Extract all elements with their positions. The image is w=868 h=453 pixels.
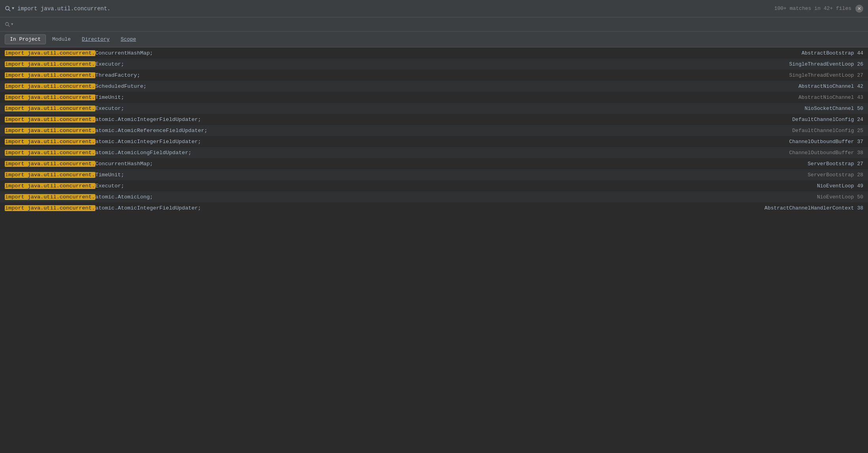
table-row[interactable]: import java.util.concurrent.Executor;Nio… xyxy=(0,103,868,114)
tab-scope[interactable]: Scope xyxy=(116,35,141,44)
tab-module[interactable]: Module xyxy=(47,35,76,44)
table-row[interactable]: import java.util.concurrent.atomic.Atomi… xyxy=(0,191,868,202)
result-location: ServerBootstrap 28 xyxy=(752,172,863,178)
svg-line-1 xyxy=(9,9,10,11)
table-row[interactable]: import java.util.concurrent.TimeUnit;Abs… xyxy=(0,92,868,103)
table-row[interactable]: import java.util.concurrent.atomic.Atomi… xyxy=(0,147,868,158)
table-row[interactable]: import java.util.concurrent.ScheduledFut… xyxy=(0,81,868,92)
table-row[interactable]: import java.util.concurrent.atomic.Atomi… xyxy=(0,136,868,147)
filter-search-icon: ▼ xyxy=(5,22,13,27)
filter-input[interactable] xyxy=(15,21,863,27)
svg-point-0 xyxy=(6,6,9,10)
result-location: AbstractChannelHandlerContext 38 xyxy=(752,205,863,211)
result-location: NioEventLoop 49 xyxy=(752,183,863,189)
table-row[interactable]: import java.util.concurrent.atomic.Atomi… xyxy=(0,202,868,213)
table-row[interactable]: import java.util.concurrent.atomic.Atomi… xyxy=(0,114,868,125)
result-suffix: TimeUnit; xyxy=(95,172,124,178)
filter-dropdown-arrow[interactable]: ▼ xyxy=(11,23,13,26)
result-location: SingleThreadEventLoop 26 xyxy=(752,61,863,67)
result-suffix: Executor; xyxy=(95,183,124,189)
result-location: SingleThreadEventLoop 27 xyxy=(752,72,863,78)
search-match-highlight: import java.util.concurrent. xyxy=(5,139,95,145)
table-row[interactable]: import java.util.concurrent.ConcurrentHa… xyxy=(0,47,868,59)
search-icon: ▼ xyxy=(5,6,14,12)
tab-in-project[interactable]: In Project xyxy=(5,34,46,44)
result-suffix: Executor; xyxy=(95,61,124,67)
table-row[interactable]: import java.util.concurrent.ConcurrentHa… xyxy=(0,158,868,169)
table-row[interactable]: import java.util.concurrent.ThreadFactor… xyxy=(0,70,868,81)
result-location: ChannelOutboundBuffer 37 xyxy=(752,139,863,145)
table-row[interactable]: import java.util.concurrent.Executor;Nio… xyxy=(0,180,868,191)
result-suffix: atomic.AtomicReferenceFieldUpdater; xyxy=(95,128,208,134)
search-match-highlight: import java.util.concurrent. xyxy=(5,50,95,56)
search-match-highlight: import java.util.concurrent. xyxy=(5,94,95,100)
result-location: NioSocketChannel 50 xyxy=(752,106,863,111)
result-location: AbstractBootstrap 44 xyxy=(752,50,863,56)
svg-line-3 xyxy=(8,25,10,26)
result-location: ChannelOutboundBuffer 38 xyxy=(752,150,863,156)
result-suffix: ScheduledFuture; xyxy=(95,83,147,89)
search-dropdown-arrow[interactable]: ▼ xyxy=(12,6,14,11)
table-row[interactable]: import java.util.concurrent.Executor;Sin… xyxy=(0,59,868,70)
result-suffix: ConcurrentHashMap; xyxy=(95,161,153,167)
result-suffix: atomic.AtomicIntegerFieldUpdater; xyxy=(95,117,201,123)
result-suffix: ThreadFactory; xyxy=(95,72,140,78)
result-location: AbstractNioChannel 43 xyxy=(752,94,863,100)
search-match-highlight: import java.util.concurrent. xyxy=(5,161,95,167)
search-match-highlight: import java.util.concurrent. xyxy=(5,61,95,67)
result-location: NioEventLoop 50 xyxy=(752,194,863,200)
top-search-input[interactable] xyxy=(17,6,774,12)
result-location: DefaultChannelConfig 24 xyxy=(752,117,863,123)
result-location: AbstractNioChannel 42 xyxy=(752,83,863,89)
search-match-highlight: import java.util.concurrent. xyxy=(5,72,95,78)
svg-point-2 xyxy=(6,22,9,25)
result-location: ServerBootstrap 27 xyxy=(752,161,863,167)
search-match-highlight: import java.util.concurrent. xyxy=(5,172,95,178)
table-row[interactable]: import java.util.concurrent.TimeUnit;Ser… xyxy=(0,169,868,180)
search-match-highlight: import java.util.concurrent. xyxy=(5,183,95,189)
tab-directory[interactable]: Directory xyxy=(77,35,114,44)
result-suffix: Executor; xyxy=(95,106,124,111)
search-match-highlight: import java.util.concurrent. xyxy=(5,83,95,89)
result-location: DefaultChannelConfig 25 xyxy=(752,128,863,134)
table-row[interactable]: import java.util.concurrent.atomic.Atomi… xyxy=(0,125,868,136)
result-suffix: atomic.AtomicIntegerFieldUpdater; xyxy=(95,205,201,211)
filter-bar: ▼ xyxy=(0,17,868,32)
result-suffix: atomic.AtomicLong; xyxy=(95,194,153,200)
search-match-highlight: import java.util.concurrent. xyxy=(5,194,95,200)
top-search-bar: ▼ 100+ matches in 42+ files ✕ xyxy=(0,0,868,17)
search-match-highlight: import java.util.concurrent. xyxy=(5,117,95,123)
result-suffix: atomic.AtomicIntegerFieldUpdater; xyxy=(95,139,201,145)
search-match-highlight: import java.util.concurrent. xyxy=(5,205,95,211)
result-suffix: atomic.AtomicLongFieldUpdater; xyxy=(95,150,191,156)
close-button[interactable]: ✕ xyxy=(855,5,863,13)
search-match-highlight: import java.util.concurrent. xyxy=(5,128,95,134)
result-suffix: TimeUnit; xyxy=(95,94,124,100)
tabs-bar: In Project Module Directory Scope xyxy=(0,32,868,47)
results-list: import java.util.concurrent.ConcurrentHa… xyxy=(0,47,868,213)
match-count: 100+ matches in 42+ files xyxy=(774,6,851,11)
search-match-highlight: import java.util.concurrent. xyxy=(5,150,95,156)
result-suffix: ConcurrentHashMap; xyxy=(95,50,153,56)
search-match-highlight: import java.util.concurrent. xyxy=(5,106,95,111)
